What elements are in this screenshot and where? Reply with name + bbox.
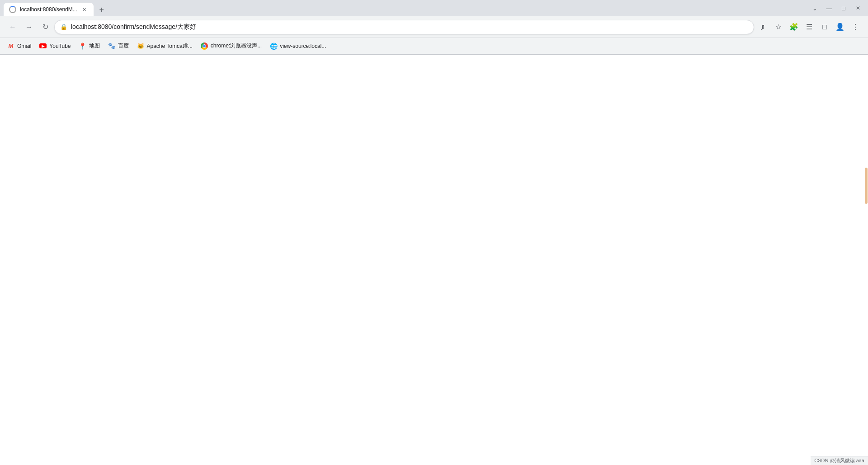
bookmark-tomcat[interactable]: 🐱 Apache Tomcat®...	[133, 41, 196, 52]
status-text: CSDN @清风微读 aaa	[814, 458, 864, 463]
tab-strip: localhost:8080/sendM... ✕ +	[4, 0, 808, 16]
youtube-favicon-icon: ▶	[39, 42, 47, 50]
scrollbar-track[interactable]	[864, 55, 868, 465]
bookmark-baidu[interactable]: 🐾 百度	[104, 41, 132, 52]
maximize-button[interactable]: □	[837, 2, 850, 14]
address-bar[interactable]: 🔒 localhost:8080/confirm/sendMessage/大家好	[54, 20, 754, 34]
menu-button[interactable]: ⋮	[848, 20, 863, 34]
media-button[interactable]: ☰	[802, 20, 816, 34]
bookmark-maps[interactable]: 📍 地图	[75, 41, 104, 52]
tab-close-button[interactable]: ✕	[81, 6, 88, 13]
lock-icon: 🔒	[60, 23, 67, 30]
profile-button[interactable]: 👤	[833, 20, 847, 34]
extensions-button[interactable]: 🧩	[787, 20, 801, 34]
reload-button[interactable]: ↻	[38, 20, 52, 34]
back-button[interactable]: ←	[5, 20, 20, 34]
bookmarks-bar: M Gmail ▶ YouTube 📍 地图 🐾 百度	[0, 38, 868, 54]
bookmark-gmail-label: Gmail	[17, 43, 31, 49]
nav-actions: ⮭ ☆ 🧩 ☰ □ 👤 ⋮	[756, 20, 863, 34]
bookmark-view-source-label: view-source:local...	[280, 43, 326, 49]
nav-bar: ← → ↻ 🔒 localhost:8080/confirm/sendMessa…	[0, 16, 868, 38]
tab-favicon	[9, 6, 16, 13]
tab-title: localhost:8080/sendM...	[20, 6, 77, 13]
bookmark-view-source[interactable]: 🌐 view-source:local...	[266, 41, 330, 52]
url-text: localhost:8080/confirm/sendMessage/大家好	[71, 23, 748, 31]
scrollbar-thumb[interactable]	[865, 168, 868, 204]
status-bar: CSDN @清风微读 aaa	[811, 456, 868, 465]
minimize-button[interactable]: —	[823, 2, 835, 14]
share-button[interactable]: ⮭	[756, 20, 770, 34]
bookmark-baidu-label: 百度	[118, 42, 129, 50]
tomcat-favicon-icon: 🐱	[137, 42, 144, 50]
globe-favicon-icon: 🌐	[270, 42, 277, 50]
bookmark-gmail[interactable]: M Gmail	[4, 41, 35, 52]
forward-button[interactable]: →	[22, 20, 36, 34]
close-button[interactable]: ✕	[852, 2, 864, 14]
bookmark-maps-label: 地图	[89, 42, 100, 50]
bookmark-tomcat-label: Apache Tomcat®...	[147, 43, 193, 49]
gmail-favicon-icon: M	[7, 42, 14, 50]
title-bar: localhost:8080/sendM... ✕ + ⌄ — □ ✕	[0, 0, 868, 16]
bookmark-chrome-sound[interactable]: chrome:浏览器没声...	[197, 41, 265, 52]
bookmark-button[interactable]: ☆	[771, 20, 786, 34]
maps-favicon-icon: 📍	[79, 42, 86, 50]
bookmark-youtube-label: YouTube	[49, 43, 71, 49]
bookmark-chrome-label: chrome:浏览器没声...	[211, 42, 262, 50]
browser-chrome: localhost:8080/sendM... ✕ + ⌄ — □ ✕ ← → …	[0, 0, 868, 55]
expand-button[interactable]: ⌄	[808, 2, 821, 14]
bookmark-youtube[interactable]: ▶ YouTube	[36, 41, 74, 52]
new-tab-button[interactable]: +	[95, 4, 108, 16]
active-tab[interactable]: localhost:8080/sendM... ✕	[4, 3, 94, 16]
page-content	[0, 55, 868, 465]
window-controls: ⌄ — □ ✕	[808, 2, 864, 14]
baidu-favicon-icon: 🐾	[108, 42, 115, 50]
chrome-favicon-icon	[201, 42, 208, 50]
sidebar-button[interactable]: □	[817, 20, 832, 34]
